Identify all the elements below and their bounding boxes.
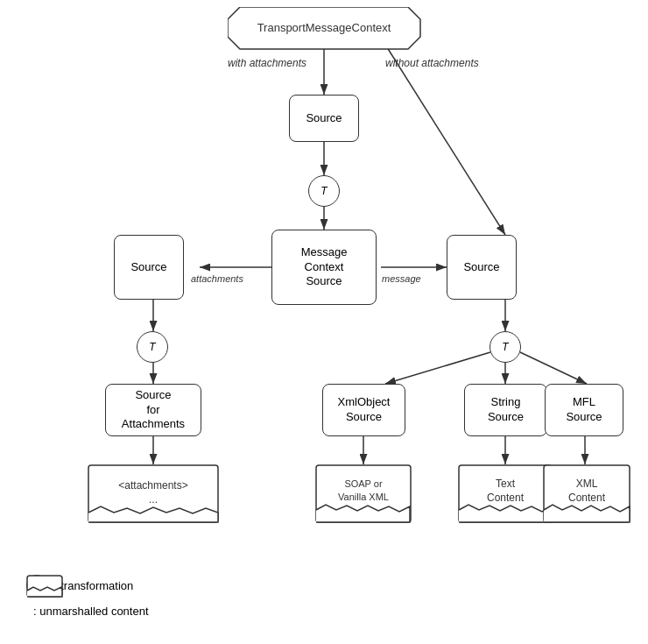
svg-text:<attachments>: <attachments> <box>118 479 187 492</box>
svg-text:Content: Content <box>568 492 606 504</box>
svg-text:...: ... <box>149 493 158 506</box>
svg-text:Vanilla XML: Vanilla XML <box>338 492 389 502</box>
string-source-node: StringSource <box>464 384 547 436</box>
xml-content-node: XML Content <box>543 464 630 526</box>
soap-xml-node: SOAP or Vanilla XML <box>315 464 412 526</box>
transport-node: TransportMessageContext <box>228 7 420 49</box>
diagram-container: TransportMessageContext with attachments… <box>0 0 648 644</box>
text-content-node: Text Content <box>458 464 553 526</box>
t-circle-3: T <box>490 331 521 363</box>
svg-text:SOAP or: SOAP or <box>344 478 383 489</box>
attachments-content-node: <attachments> ... <box>88 464 219 526</box>
with-attachments-label: with attachments <box>228 57 306 69</box>
mfl-source-node: MFLSource <box>545 384 623 436</box>
svg-text:Content: Content <box>487 492 525 504</box>
source-right-node: Source <box>447 235 517 300</box>
attachments-label: attachments <box>191 273 243 284</box>
source-attachments-node: SourceforAttachments <box>105 384 201 436</box>
message-label: message <box>382 273 421 284</box>
svg-text:TransportMessageContext: TransportMessageContext <box>257 21 391 34</box>
legend: T : transformation : unmarshalled conten… <box>26 575 149 626</box>
source-left-node: Source <box>114 235 184 300</box>
xmlobject-source-node: XmlObjectSource <box>322 384 405 436</box>
without-attachments-label: without attachments <box>385 57 479 69</box>
source-top-node: Source <box>289 95 359 142</box>
legend-unmarshalled: : unmarshalled content <box>26 605 149 618</box>
t-circle-2: T <box>137 331 168 363</box>
t-circle-1: T <box>308 175 340 207</box>
message-context-source-label: MessageContextSource <box>271 230 377 305</box>
svg-text:XML: XML <box>576 478 598 490</box>
svg-text:Text: Text <box>496 478 516 490</box>
